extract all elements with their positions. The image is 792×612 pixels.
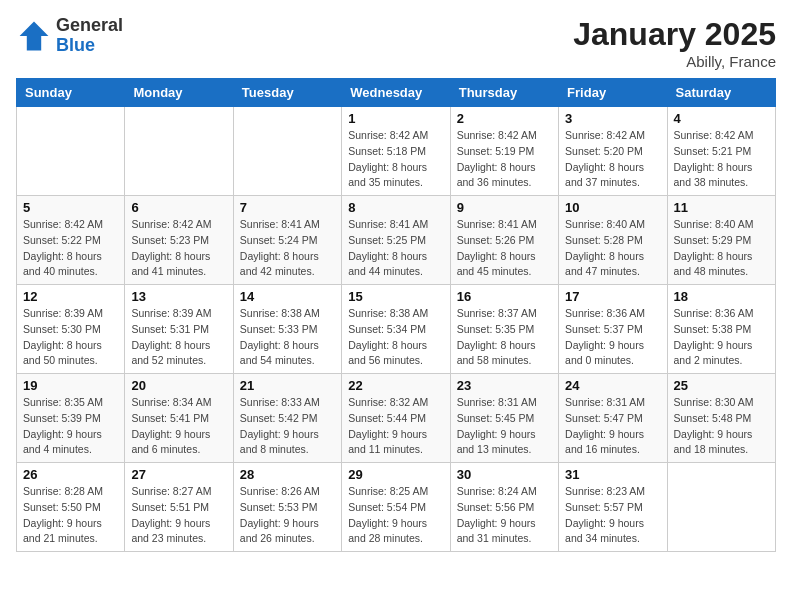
day-number: 8: [348, 200, 443, 215]
day-number: 13: [131, 289, 226, 304]
day-number: 26: [23, 467, 118, 482]
day-number: 29: [348, 467, 443, 482]
day-info: Sunrise: 8:41 AM Sunset: 5:25 PM Dayligh…: [348, 217, 443, 280]
day-number: 22: [348, 378, 443, 393]
location: Abilly, France: [573, 53, 776, 70]
day-number: 19: [23, 378, 118, 393]
day-info: Sunrise: 8:27 AM Sunset: 5:51 PM Dayligh…: [131, 484, 226, 547]
calendar-cell: 25Sunrise: 8:30 AM Sunset: 5:48 PM Dayli…: [667, 374, 775, 463]
calendar-cell: 11Sunrise: 8:40 AM Sunset: 5:29 PM Dayli…: [667, 196, 775, 285]
weekday-header-saturday: Saturday: [667, 79, 775, 107]
day-info: Sunrise: 8:33 AM Sunset: 5:42 PM Dayligh…: [240, 395, 335, 458]
logo-general-text: General: [56, 16, 123, 36]
day-number: 11: [674, 200, 769, 215]
calendar-cell: 3Sunrise: 8:42 AM Sunset: 5:20 PM Daylig…: [559, 107, 667, 196]
calendar-week-row: 1Sunrise: 8:42 AM Sunset: 5:18 PM Daylig…: [17, 107, 776, 196]
calendar-cell: 9Sunrise: 8:41 AM Sunset: 5:26 PM Daylig…: [450, 196, 558, 285]
calendar-cell: 8Sunrise: 8:41 AM Sunset: 5:25 PM Daylig…: [342, 196, 450, 285]
day-info: Sunrise: 8:42 AM Sunset: 5:18 PM Dayligh…: [348, 128, 443, 191]
weekday-header-row: SundayMondayTuesdayWednesdayThursdayFrid…: [17, 79, 776, 107]
weekday-header-tuesday: Tuesday: [233, 79, 341, 107]
weekday-header-sunday: Sunday: [17, 79, 125, 107]
calendar-cell: 30Sunrise: 8:24 AM Sunset: 5:56 PM Dayli…: [450, 463, 558, 552]
logo-icon: [16, 18, 52, 54]
logo-blue-text: Blue: [56, 36, 123, 56]
day-number: 30: [457, 467, 552, 482]
calendar-cell: [667, 463, 775, 552]
day-info: Sunrise: 8:42 AM Sunset: 5:21 PM Dayligh…: [674, 128, 769, 191]
day-number: 6: [131, 200, 226, 215]
day-number: 4: [674, 111, 769, 126]
calendar-cell: 18Sunrise: 8:36 AM Sunset: 5:38 PM Dayli…: [667, 285, 775, 374]
calendar-cell: 7Sunrise: 8:41 AM Sunset: 5:24 PM Daylig…: [233, 196, 341, 285]
day-info: Sunrise: 8:28 AM Sunset: 5:50 PM Dayligh…: [23, 484, 118, 547]
calendar-cell: 12Sunrise: 8:39 AM Sunset: 5:30 PM Dayli…: [17, 285, 125, 374]
calendar-table: SundayMondayTuesdayWednesdayThursdayFrid…: [16, 78, 776, 552]
day-number: 14: [240, 289, 335, 304]
day-info: Sunrise: 8:38 AM Sunset: 5:33 PM Dayligh…: [240, 306, 335, 369]
calendar-week-row: 5Sunrise: 8:42 AM Sunset: 5:22 PM Daylig…: [17, 196, 776, 285]
calendar-cell: 6Sunrise: 8:42 AM Sunset: 5:23 PM Daylig…: [125, 196, 233, 285]
day-info: Sunrise: 8:41 AM Sunset: 5:24 PM Dayligh…: [240, 217, 335, 280]
calendar-cell: 24Sunrise: 8:31 AM Sunset: 5:47 PM Dayli…: [559, 374, 667, 463]
calendar-cell: 27Sunrise: 8:27 AM Sunset: 5:51 PM Dayli…: [125, 463, 233, 552]
calendar-cell: [17, 107, 125, 196]
day-info: Sunrise: 8:42 AM Sunset: 5:20 PM Dayligh…: [565, 128, 660, 191]
day-number: 23: [457, 378, 552, 393]
day-number: 20: [131, 378, 226, 393]
day-number: 7: [240, 200, 335, 215]
day-number: 16: [457, 289, 552, 304]
day-number: 31: [565, 467, 660, 482]
calendar-cell: 17Sunrise: 8:36 AM Sunset: 5:37 PM Dayli…: [559, 285, 667, 374]
day-number: 17: [565, 289, 660, 304]
day-info: Sunrise: 8:36 AM Sunset: 5:38 PM Dayligh…: [674, 306, 769, 369]
day-number: 1: [348, 111, 443, 126]
weekday-header-wednesday: Wednesday: [342, 79, 450, 107]
calendar-week-row: 26Sunrise: 8:28 AM Sunset: 5:50 PM Dayli…: [17, 463, 776, 552]
title-block: January 2025 Abilly, France: [573, 16, 776, 70]
day-number: 2: [457, 111, 552, 126]
calendar-cell: 16Sunrise: 8:37 AM Sunset: 5:35 PM Dayli…: [450, 285, 558, 374]
weekday-header-thursday: Thursday: [450, 79, 558, 107]
day-info: Sunrise: 8:24 AM Sunset: 5:56 PM Dayligh…: [457, 484, 552, 547]
day-info: Sunrise: 8:42 AM Sunset: 5:23 PM Dayligh…: [131, 217, 226, 280]
calendar-cell: 15Sunrise: 8:38 AM Sunset: 5:34 PM Dayli…: [342, 285, 450, 374]
day-number: 12: [23, 289, 118, 304]
day-info: Sunrise: 8:36 AM Sunset: 5:37 PM Dayligh…: [565, 306, 660, 369]
calendar-cell: 19Sunrise: 8:35 AM Sunset: 5:39 PM Dayli…: [17, 374, 125, 463]
day-info: Sunrise: 8:34 AM Sunset: 5:41 PM Dayligh…: [131, 395, 226, 458]
calendar-cell: 28Sunrise: 8:26 AM Sunset: 5:53 PM Dayli…: [233, 463, 341, 552]
day-number: 24: [565, 378, 660, 393]
calendar-cell: 21Sunrise: 8:33 AM Sunset: 5:42 PM Dayli…: [233, 374, 341, 463]
day-info: Sunrise: 8:39 AM Sunset: 5:30 PM Dayligh…: [23, 306, 118, 369]
day-info: Sunrise: 8:37 AM Sunset: 5:35 PM Dayligh…: [457, 306, 552, 369]
weekday-header-monday: Monday: [125, 79, 233, 107]
day-info: Sunrise: 8:35 AM Sunset: 5:39 PM Dayligh…: [23, 395, 118, 458]
calendar-cell: 13Sunrise: 8:39 AM Sunset: 5:31 PM Dayli…: [125, 285, 233, 374]
calendar-cell: 2Sunrise: 8:42 AM Sunset: 5:19 PM Daylig…: [450, 107, 558, 196]
day-info: Sunrise: 8:26 AM Sunset: 5:53 PM Dayligh…: [240, 484, 335, 547]
day-info: Sunrise: 8:31 AM Sunset: 5:47 PM Dayligh…: [565, 395, 660, 458]
day-info: Sunrise: 8:23 AM Sunset: 5:57 PM Dayligh…: [565, 484, 660, 547]
logo-text: General Blue: [56, 16, 123, 56]
calendar-week-row: 12Sunrise: 8:39 AM Sunset: 5:30 PM Dayli…: [17, 285, 776, 374]
calendar-cell: 22Sunrise: 8:32 AM Sunset: 5:44 PM Dayli…: [342, 374, 450, 463]
day-number: 28: [240, 467, 335, 482]
day-number: 5: [23, 200, 118, 215]
calendar-cell: 14Sunrise: 8:38 AM Sunset: 5:33 PM Dayli…: [233, 285, 341, 374]
calendar-week-row: 19Sunrise: 8:35 AM Sunset: 5:39 PM Dayli…: [17, 374, 776, 463]
day-info: Sunrise: 8:40 AM Sunset: 5:28 PM Dayligh…: [565, 217, 660, 280]
day-number: 27: [131, 467, 226, 482]
calendar-cell: [125, 107, 233, 196]
day-info: Sunrise: 8:38 AM Sunset: 5:34 PM Dayligh…: [348, 306, 443, 369]
page-header: General Blue January 2025 Abilly, France: [16, 16, 776, 70]
day-number: 25: [674, 378, 769, 393]
month-title: January 2025: [573, 16, 776, 53]
calendar-cell: 10Sunrise: 8:40 AM Sunset: 5:28 PM Dayli…: [559, 196, 667, 285]
day-info: Sunrise: 8:31 AM Sunset: 5:45 PM Dayligh…: [457, 395, 552, 458]
day-info: Sunrise: 8:42 AM Sunset: 5:19 PM Dayligh…: [457, 128, 552, 191]
day-info: Sunrise: 8:40 AM Sunset: 5:29 PM Dayligh…: [674, 217, 769, 280]
day-number: 21: [240, 378, 335, 393]
day-info: Sunrise: 8:32 AM Sunset: 5:44 PM Dayligh…: [348, 395, 443, 458]
day-number: 3: [565, 111, 660, 126]
